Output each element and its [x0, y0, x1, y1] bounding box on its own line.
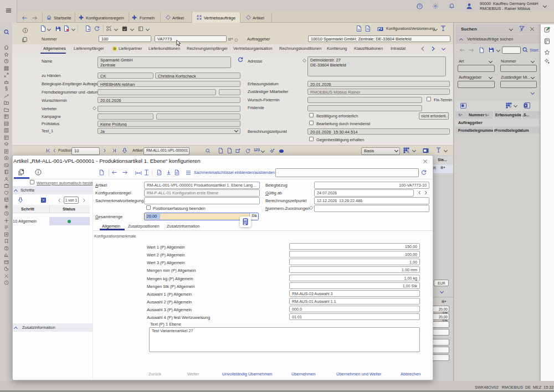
- svg-text:?: ?: [419, 4, 421, 8]
- svg-text:D: D: [114, 47, 116, 50]
